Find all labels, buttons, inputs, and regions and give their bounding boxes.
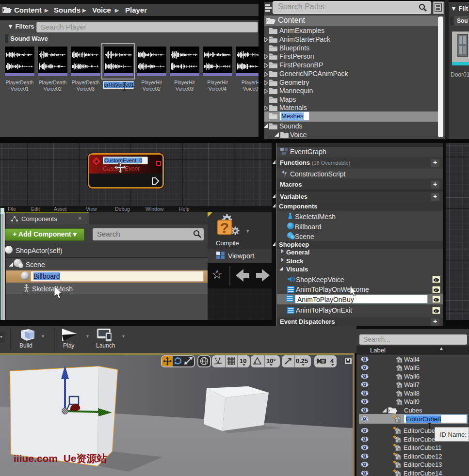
- svg-text:iiiue.com Ue资源站: iiiue.com Ue资源站: [14, 453, 107, 464]
- svg-text:f: f: [284, 171, 287, 177]
- svg-text:?: ?: [220, 220, 229, 236]
